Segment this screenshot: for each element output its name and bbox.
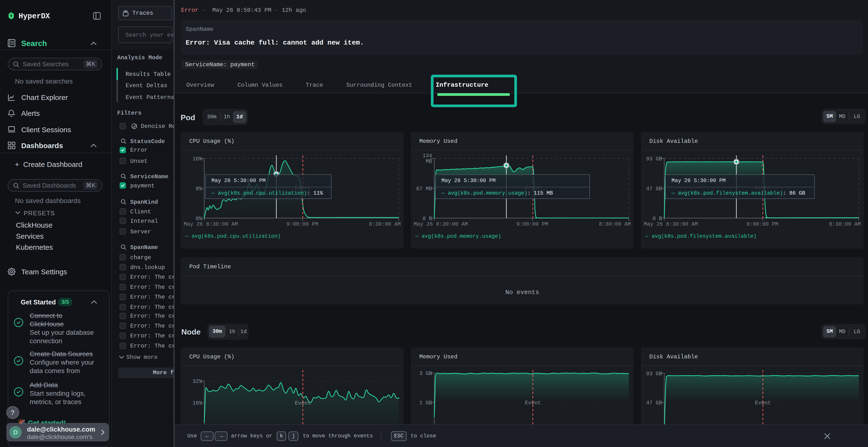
svg-text:16%: 16%: [192, 400, 202, 406]
svg-text:8:30:00 AM: 8:30:00 AM: [829, 221, 861, 227]
svg-text:Event: Event: [525, 400, 541, 406]
svg-text:May 26 8:30:00 AM: May 26 8:30:00 AM: [644, 221, 698, 227]
svg-text:8%: 8%: [196, 186, 202, 192]
svg-text:0%: 0%: [196, 216, 202, 222]
svg-text:67 MB: 67 MB: [416, 186, 432, 192]
svg-text:93 GB: 93 GB: [646, 156, 662, 162]
svg-text:0 B: 0 B: [423, 216, 432, 222]
svg-text:16%: 16%: [192, 156, 202, 162]
svg-text:93 GB: 93 GB: [646, 371, 662, 377]
svg-text:Event: Event: [755, 400, 771, 406]
svg-text:1 GB: 1 GB: [419, 400, 432, 406]
svg-text:Event: Event: [295, 400, 311, 406]
svg-text:9:00:00 PM: 9:00:00 PM: [286, 221, 318, 227]
svg-text:9:00:00 PM: 9:00:00 PM: [746, 221, 778, 227]
svg-text:8:30:00 AM: 8:30:00 AM: [599, 221, 631, 227]
svg-text:3 GB: 3 GB: [419, 371, 432, 377]
svg-text:47 GB: 47 GB: [646, 186, 662, 192]
svg-text:9:00:00 PM: 9:00:00 PM: [517, 221, 548, 227]
svg-text:134: 134: [423, 153, 432, 159]
svg-text:47 GB: 47 GB: [646, 400, 662, 406]
svg-text:May 26 8:30:00 AM: May 26 8:30:00 AM: [184, 221, 238, 227]
svg-text:0 B: 0 B: [652, 216, 662, 222]
svg-text:May 26 8:30:00 AM: May 26 8:30:00 AM: [414, 221, 468, 227]
svg-text:8:30:00 AM: 8:30:00 AM: [369, 221, 401, 227]
svg-text:MB: MB: [426, 159, 432, 165]
svg-text:32%: 32%: [192, 379, 202, 385]
